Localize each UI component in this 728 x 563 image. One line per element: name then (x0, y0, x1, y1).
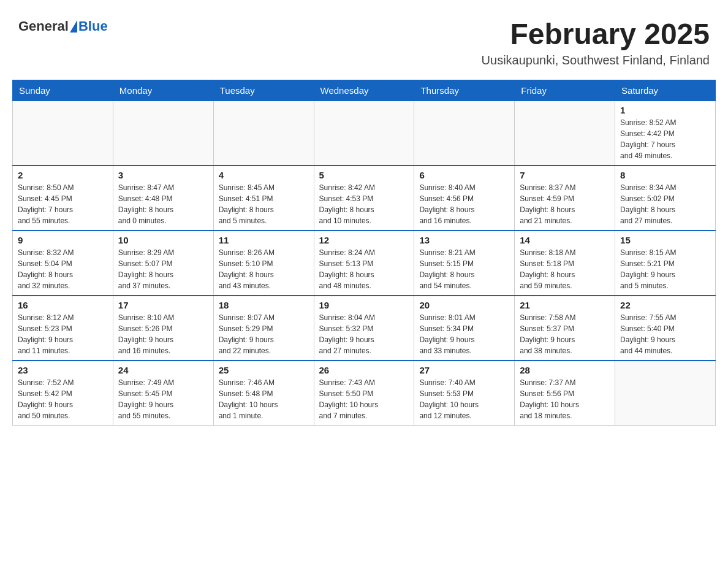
calendar-week-row: 16Sunrise: 8:12 AM Sunset: 5:23 PM Dayli… (13, 296, 716, 361)
day-number: 14 (520, 235, 610, 245)
calendar-cell: 2Sunrise: 8:50 AM Sunset: 4:45 PM Daylig… (13, 166, 113, 231)
calendar-cell: 20Sunrise: 8:01 AM Sunset: 5:34 PM Dayli… (414, 296, 515, 361)
day-info: Sunrise: 8:04 AM Sunset: 5:32 PM Dayligh… (319, 312, 409, 356)
calendar-cell: 14Sunrise: 8:18 AM Sunset: 5:18 PM Dayli… (515, 231, 615, 296)
calendar-table: SundayMondayTuesdayWednesdayThursdayFrid… (12, 80, 716, 426)
calendar-cell: 25Sunrise: 7:46 AM Sunset: 5:48 PM Dayli… (213, 361, 314, 426)
calendar-cell: 19Sunrise: 8:04 AM Sunset: 5:32 PM Dayli… (314, 296, 414, 361)
day-number: 9 (18, 235, 108, 245)
day-number: 8 (620, 170, 710, 180)
day-number: 27 (419, 365, 509, 375)
day-number: 23 (18, 365, 108, 375)
day-info: Sunrise: 8:01 AM Sunset: 5:34 PM Dayligh… (419, 312, 509, 356)
calendar-cell: 23Sunrise: 7:52 AM Sunset: 5:42 PM Dayli… (13, 361, 113, 426)
calendar-cell (615, 361, 716, 426)
calendar-cell: 10Sunrise: 8:29 AM Sunset: 5:07 PM Dayli… (113, 231, 213, 296)
day-number: 20 (419, 300, 509, 310)
calendar-cell (314, 101, 414, 166)
day-number: 18 (219, 300, 309, 310)
day-info: Sunrise: 8:24 AM Sunset: 5:13 PM Dayligh… (319, 247, 409, 291)
calendar-cell: 6Sunrise: 8:40 AM Sunset: 4:56 PM Daylig… (414, 166, 515, 231)
day-number: 11 (219, 235, 309, 245)
calendar-week-row: 23Sunrise: 7:52 AM Sunset: 5:42 PM Dayli… (13, 361, 716, 426)
day-info: Sunrise: 8:07 AM Sunset: 5:29 PM Dayligh… (219, 312, 309, 356)
day-info: Sunrise: 8:40 AM Sunset: 4:56 PM Dayligh… (419, 182, 509, 226)
day-number: 19 (319, 300, 409, 310)
day-number: 3 (118, 170, 208, 180)
logo: General Blue (18, 18, 108, 34)
day-number: 7 (520, 170, 610, 180)
day-info: Sunrise: 8:42 AM Sunset: 4:53 PM Dayligh… (319, 182, 409, 226)
day-number: 2 (18, 170, 108, 180)
calendar-cell: 15Sunrise: 8:15 AM Sunset: 5:21 PM Dayli… (615, 231, 716, 296)
day-info: Sunrise: 7:43 AM Sunset: 5:50 PM Dayligh… (319, 377, 409, 421)
calendar-cell (414, 101, 515, 166)
day-info: Sunrise: 8:29 AM Sunset: 5:07 PM Dayligh… (118, 247, 208, 291)
calendar-cell: 1Sunrise: 8:52 AM Sunset: 4:42 PM Daylig… (615, 101, 716, 166)
day-number: 5 (319, 170, 409, 180)
day-number: 13 (419, 235, 509, 245)
day-info: Sunrise: 8:15 AM Sunset: 5:21 PM Dayligh… (620, 247, 710, 291)
day-info: Sunrise: 8:21 AM Sunset: 5:15 PM Dayligh… (419, 247, 509, 291)
day-info: Sunrise: 8:32 AM Sunset: 5:04 PM Dayligh… (18, 247, 108, 291)
day-number: 26 (319, 365, 409, 375)
calendar-header-wednesday: Wednesday (314, 80, 414, 101)
calendar-header-thursday: Thursday (414, 80, 515, 101)
day-info: Sunrise: 7:49 AM Sunset: 5:45 PM Dayligh… (118, 377, 208, 421)
title-block: February 2025 Uusikaupunki, Southwest Fi… (482, 18, 710, 67)
day-info: Sunrise: 8:18 AM Sunset: 5:18 PM Dayligh… (520, 247, 610, 291)
day-number: 16 (18, 300, 108, 310)
calendar-header-saturday: Saturday (615, 80, 716, 101)
calendar-week-row: 1Sunrise: 8:52 AM Sunset: 4:42 PM Daylig… (13, 101, 716, 166)
calendar-cell: 4Sunrise: 8:45 AM Sunset: 4:51 PM Daylig… (213, 166, 314, 231)
calendar-cell: 17Sunrise: 8:10 AM Sunset: 5:26 PM Dayli… (113, 296, 213, 361)
day-number: 15 (620, 235, 710, 245)
calendar-cell: 16Sunrise: 8:12 AM Sunset: 5:23 PM Dayli… (13, 296, 113, 361)
day-number: 22 (620, 300, 710, 310)
day-info: Sunrise: 8:47 AM Sunset: 4:48 PM Dayligh… (118, 182, 208, 226)
logo-general-text: General (18, 18, 69, 34)
calendar-cell: 9Sunrise: 8:32 AM Sunset: 5:04 PM Daylig… (13, 231, 113, 296)
day-info: Sunrise: 8:26 AM Sunset: 5:10 PM Dayligh… (219, 247, 309, 291)
calendar-cell (113, 101, 213, 166)
calendar-header-friday: Friday (515, 80, 615, 101)
calendar-cell: 8Sunrise: 8:34 AM Sunset: 5:02 PM Daylig… (615, 166, 716, 231)
day-info: Sunrise: 8:12 AM Sunset: 5:23 PM Dayligh… (18, 312, 108, 356)
calendar-cell: 5Sunrise: 8:42 AM Sunset: 4:53 PM Daylig… (314, 166, 414, 231)
day-number: 24 (118, 365, 208, 375)
day-number: 6 (419, 170, 509, 180)
day-number: 12 (319, 235, 409, 245)
location-subtitle: Uusikaupunki, Southwest Finland, Finland (482, 53, 710, 67)
day-info: Sunrise: 7:37 AM Sunset: 5:56 PM Dayligh… (520, 377, 610, 421)
day-number: 28 (520, 365, 610, 375)
day-info: Sunrise: 7:40 AM Sunset: 5:53 PM Dayligh… (419, 377, 509, 421)
calendar-cell: 12Sunrise: 8:24 AM Sunset: 5:13 PM Dayli… (314, 231, 414, 296)
calendar-cell (213, 101, 314, 166)
calendar-cell: 13Sunrise: 8:21 AM Sunset: 5:15 PM Dayli… (414, 231, 515, 296)
calendar-cell: 26Sunrise: 7:43 AM Sunset: 5:50 PM Dayli… (314, 361, 414, 426)
logo-triangle-icon (70, 20, 77, 33)
calendar-cell: 22Sunrise: 7:55 AM Sunset: 5:40 PM Dayli… (615, 296, 716, 361)
calendar-cell: 24Sunrise: 7:49 AM Sunset: 5:45 PM Dayli… (113, 361, 213, 426)
day-info: Sunrise: 8:45 AM Sunset: 4:51 PM Dayligh… (219, 182, 309, 226)
calendar-cell: 27Sunrise: 7:40 AM Sunset: 5:53 PM Dayli… (414, 361, 515, 426)
day-info: Sunrise: 8:50 AM Sunset: 4:45 PM Dayligh… (18, 182, 108, 226)
calendar-cell: 11Sunrise: 8:26 AM Sunset: 5:10 PM Dayli… (213, 231, 314, 296)
page-header: General Blue February 2025 Uusikaupunki,… (12, 12, 716, 74)
day-number: 25 (219, 365, 309, 375)
day-info: Sunrise: 7:58 AM Sunset: 5:37 PM Dayligh… (520, 312, 610, 356)
day-number: 1 (620, 105, 710, 115)
day-info: Sunrise: 7:55 AM Sunset: 5:40 PM Dayligh… (620, 312, 710, 356)
calendar-week-row: 9Sunrise: 8:32 AM Sunset: 5:04 PM Daylig… (13, 231, 716, 296)
calendar-cell: 21Sunrise: 7:58 AM Sunset: 5:37 PM Dayli… (515, 296, 615, 361)
calendar-header-monday: Monday (113, 80, 213, 101)
day-info: Sunrise: 8:37 AM Sunset: 4:59 PM Dayligh… (520, 182, 610, 226)
day-number: 17 (118, 300, 208, 310)
calendar-cell: 3Sunrise: 8:47 AM Sunset: 4:48 PM Daylig… (113, 166, 213, 231)
logo-blue-text: Blue (78, 18, 108, 34)
day-info: Sunrise: 8:34 AM Sunset: 5:02 PM Dayligh… (620, 182, 710, 226)
day-number: 4 (219, 170, 309, 180)
calendar-header-row: SundayMondayTuesdayWednesdayThursdayFrid… (13, 80, 716, 101)
day-info: Sunrise: 7:52 AM Sunset: 5:42 PM Dayligh… (18, 377, 108, 421)
calendar-cell: 28Sunrise: 7:37 AM Sunset: 5:56 PM Dayli… (515, 361, 615, 426)
